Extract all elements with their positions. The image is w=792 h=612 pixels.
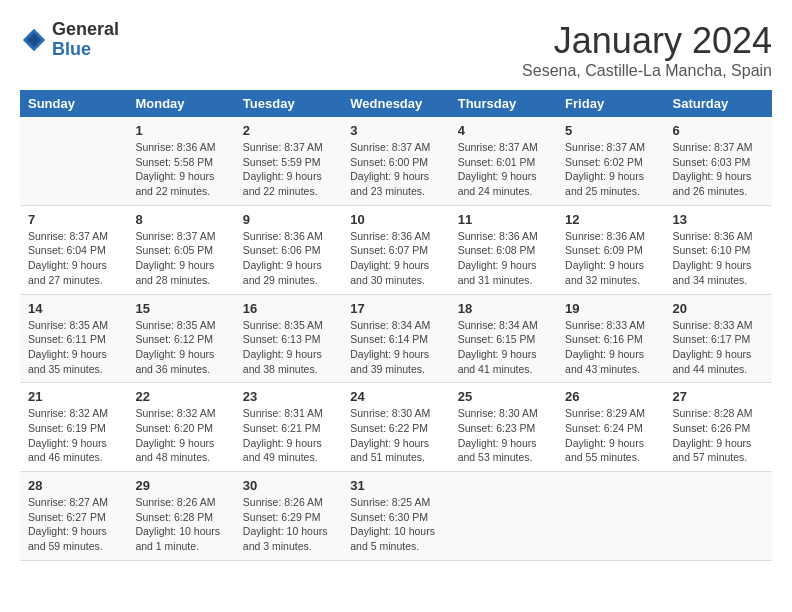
day-number: 7 xyxy=(28,212,119,227)
day-info: Sunrise: 8:37 AM Sunset: 6:00 PM Dayligh… xyxy=(350,140,441,199)
day-number: 22 xyxy=(135,389,226,404)
calendar-cell: 7Sunrise: 8:37 AM Sunset: 6:04 PM Daylig… xyxy=(20,205,127,294)
day-info: Sunrise: 8:26 AM Sunset: 6:29 PM Dayligh… xyxy=(243,495,334,554)
day-number: 21 xyxy=(28,389,119,404)
header-row: SundayMondayTuesdayWednesdayThursdayFrid… xyxy=(20,90,772,117)
header-day-sunday: Sunday xyxy=(20,90,127,117)
day-number: 24 xyxy=(350,389,441,404)
calendar-cell: 20Sunrise: 8:33 AM Sunset: 6:17 PM Dayli… xyxy=(665,294,772,383)
day-info: Sunrise: 8:37 AM Sunset: 6:04 PM Dayligh… xyxy=(28,229,119,288)
logo-text: General Blue xyxy=(52,20,119,60)
day-info: Sunrise: 8:32 AM Sunset: 6:20 PM Dayligh… xyxy=(135,406,226,465)
day-info: Sunrise: 8:37 AM Sunset: 6:03 PM Dayligh… xyxy=(673,140,764,199)
day-number: 17 xyxy=(350,301,441,316)
logo-blue-text: Blue xyxy=(52,40,119,60)
calendar-cell: 26Sunrise: 8:29 AM Sunset: 6:24 PM Dayli… xyxy=(557,383,664,472)
calendar-cell: 24Sunrise: 8:30 AM Sunset: 6:22 PM Dayli… xyxy=(342,383,449,472)
day-info: Sunrise: 8:36 AM Sunset: 6:07 PM Dayligh… xyxy=(350,229,441,288)
week-row-3: 21Sunrise: 8:32 AM Sunset: 6:19 PM Dayli… xyxy=(20,383,772,472)
day-number: 13 xyxy=(673,212,764,227)
week-row-1: 7Sunrise: 8:37 AM Sunset: 6:04 PM Daylig… xyxy=(20,205,772,294)
day-info: Sunrise: 8:34 AM Sunset: 6:15 PM Dayligh… xyxy=(458,318,549,377)
day-info: Sunrise: 8:25 AM Sunset: 6:30 PM Dayligh… xyxy=(350,495,441,554)
day-number: 12 xyxy=(565,212,656,227)
calendar-cell: 29Sunrise: 8:26 AM Sunset: 6:28 PM Dayli… xyxy=(127,472,234,561)
day-number: 23 xyxy=(243,389,334,404)
calendar-cell xyxy=(450,472,557,561)
day-number: 20 xyxy=(673,301,764,316)
calendar-cell: 3Sunrise: 8:37 AM Sunset: 6:00 PM Daylig… xyxy=(342,117,449,205)
day-info: Sunrise: 8:36 AM Sunset: 6:08 PM Dayligh… xyxy=(458,229,549,288)
week-row-2: 14Sunrise: 8:35 AM Sunset: 6:11 PM Dayli… xyxy=(20,294,772,383)
day-info: Sunrise: 8:30 AM Sunset: 6:22 PM Dayligh… xyxy=(350,406,441,465)
calendar-subtitle: Sesena, Castille-La Mancha, Spain xyxy=(522,62,772,80)
calendar-header: SundayMondayTuesdayWednesdayThursdayFrid… xyxy=(20,90,772,117)
day-info: Sunrise: 8:35 AM Sunset: 6:13 PM Dayligh… xyxy=(243,318,334,377)
calendar-cell: 11Sunrise: 8:36 AM Sunset: 6:08 PM Dayli… xyxy=(450,205,557,294)
calendar-cell: 19Sunrise: 8:33 AM Sunset: 6:16 PM Dayli… xyxy=(557,294,664,383)
calendar-cell: 8Sunrise: 8:37 AM Sunset: 6:05 PM Daylig… xyxy=(127,205,234,294)
day-info: Sunrise: 8:26 AM Sunset: 6:28 PM Dayligh… xyxy=(135,495,226,554)
calendar-table: SundayMondayTuesdayWednesdayThursdayFrid… xyxy=(20,90,772,561)
day-number: 19 xyxy=(565,301,656,316)
day-number: 29 xyxy=(135,478,226,493)
day-info: Sunrise: 8:35 AM Sunset: 6:12 PM Dayligh… xyxy=(135,318,226,377)
calendar-cell: 27Sunrise: 8:28 AM Sunset: 6:26 PM Dayli… xyxy=(665,383,772,472)
day-info: Sunrise: 8:28 AM Sunset: 6:26 PM Dayligh… xyxy=(673,406,764,465)
day-number: 5 xyxy=(565,123,656,138)
day-info: Sunrise: 8:33 AM Sunset: 6:17 PM Dayligh… xyxy=(673,318,764,377)
day-number: 10 xyxy=(350,212,441,227)
logo-icon xyxy=(20,26,48,54)
day-info: Sunrise: 8:37 AM Sunset: 5:59 PM Dayligh… xyxy=(243,140,334,199)
day-info: Sunrise: 8:37 AM Sunset: 6:01 PM Dayligh… xyxy=(458,140,549,199)
day-number: 27 xyxy=(673,389,764,404)
calendar-cell: 14Sunrise: 8:35 AM Sunset: 6:11 PM Dayli… xyxy=(20,294,127,383)
calendar-cell: 21Sunrise: 8:32 AM Sunset: 6:19 PM Dayli… xyxy=(20,383,127,472)
day-number: 6 xyxy=(673,123,764,138)
calendar-cell: 18Sunrise: 8:34 AM Sunset: 6:15 PM Dayli… xyxy=(450,294,557,383)
day-info: Sunrise: 8:27 AM Sunset: 6:27 PM Dayligh… xyxy=(28,495,119,554)
logo: General Blue xyxy=(20,20,119,60)
day-number: 18 xyxy=(458,301,549,316)
header-day-thursday: Thursday xyxy=(450,90,557,117)
calendar-cell: 13Sunrise: 8:36 AM Sunset: 6:10 PM Dayli… xyxy=(665,205,772,294)
calendar-cell xyxy=(665,472,772,561)
calendar-cell xyxy=(557,472,664,561)
header-day-friday: Friday xyxy=(557,90,664,117)
week-row-0: 1Sunrise: 8:36 AM Sunset: 5:58 PM Daylig… xyxy=(20,117,772,205)
calendar-body: 1Sunrise: 8:36 AM Sunset: 5:58 PM Daylig… xyxy=(20,117,772,560)
day-number: 15 xyxy=(135,301,226,316)
day-number: 26 xyxy=(565,389,656,404)
calendar-cell: 28Sunrise: 8:27 AM Sunset: 6:27 PM Dayli… xyxy=(20,472,127,561)
day-number: 30 xyxy=(243,478,334,493)
calendar-cell: 25Sunrise: 8:30 AM Sunset: 6:23 PM Dayli… xyxy=(450,383,557,472)
calendar-cell: 2Sunrise: 8:37 AM Sunset: 5:59 PM Daylig… xyxy=(235,117,342,205)
page-header: General Blue January 2024 Sesena, Castil… xyxy=(20,20,772,80)
day-info: Sunrise: 8:30 AM Sunset: 6:23 PM Dayligh… xyxy=(458,406,549,465)
calendar-cell: 31Sunrise: 8:25 AM Sunset: 6:30 PM Dayli… xyxy=(342,472,449,561)
header-day-saturday: Saturday xyxy=(665,90,772,117)
day-number: 3 xyxy=(350,123,441,138)
day-number: 11 xyxy=(458,212,549,227)
day-number: 8 xyxy=(135,212,226,227)
calendar-cell: 10Sunrise: 8:36 AM Sunset: 6:07 PM Dayli… xyxy=(342,205,449,294)
header-day-tuesday: Tuesday xyxy=(235,90,342,117)
calendar-cell xyxy=(20,117,127,205)
day-info: Sunrise: 8:32 AM Sunset: 6:19 PM Dayligh… xyxy=(28,406,119,465)
day-number: 28 xyxy=(28,478,119,493)
day-number: 2 xyxy=(243,123,334,138)
calendar-cell: 9Sunrise: 8:36 AM Sunset: 6:06 PM Daylig… xyxy=(235,205,342,294)
day-info: Sunrise: 8:36 AM Sunset: 5:58 PM Dayligh… xyxy=(135,140,226,199)
logo-general-text: General xyxy=(52,20,119,40)
day-info: Sunrise: 8:35 AM Sunset: 6:11 PM Dayligh… xyxy=(28,318,119,377)
day-info: Sunrise: 8:36 AM Sunset: 6:09 PM Dayligh… xyxy=(565,229,656,288)
day-info: Sunrise: 8:37 AM Sunset: 6:02 PM Dayligh… xyxy=(565,140,656,199)
week-row-4: 28Sunrise: 8:27 AM Sunset: 6:27 PM Dayli… xyxy=(20,472,772,561)
calendar-cell: 23Sunrise: 8:31 AM Sunset: 6:21 PM Dayli… xyxy=(235,383,342,472)
calendar-cell: 1Sunrise: 8:36 AM Sunset: 5:58 PM Daylig… xyxy=(127,117,234,205)
day-number: 25 xyxy=(458,389,549,404)
calendar-cell: 12Sunrise: 8:36 AM Sunset: 6:09 PM Dayli… xyxy=(557,205,664,294)
day-number: 1 xyxy=(135,123,226,138)
calendar-cell: 16Sunrise: 8:35 AM Sunset: 6:13 PM Dayli… xyxy=(235,294,342,383)
day-number: 16 xyxy=(243,301,334,316)
